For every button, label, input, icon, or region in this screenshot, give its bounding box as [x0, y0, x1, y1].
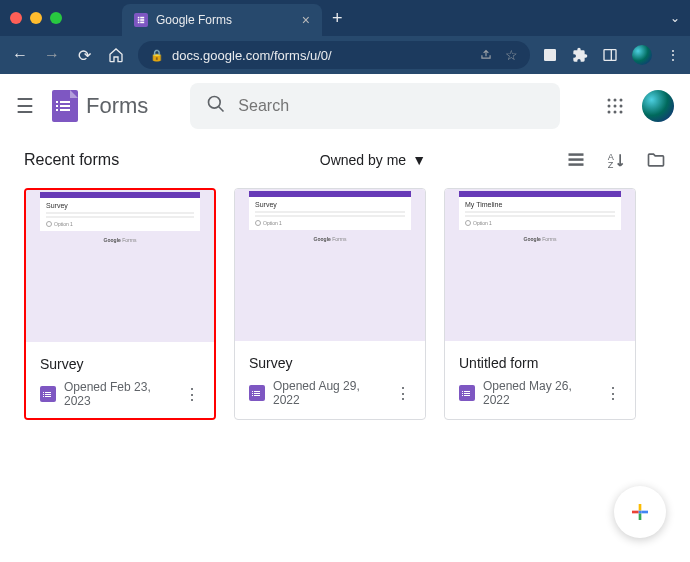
svg-rect-29 — [639, 511, 642, 514]
plus-icon — [628, 500, 652, 524]
browser-tab[interactable]: Google Forms × — [122, 4, 322, 36]
google-apps-icon[interactable] — [606, 97, 624, 115]
extension-icons: ⋮ — [542, 45, 680, 65]
thumb-option: Option 1 — [255, 220, 405, 226]
search-icon — [206, 94, 226, 119]
lock-icon: 🔒 — [150, 49, 164, 62]
main-menu-button[interactable]: ☰ — [16, 94, 40, 118]
form-cards-grid: Survey Option 1 Google Forms Survey Open… — [24, 188, 666, 420]
reload-button[interactable]: ⟳ — [74, 46, 94, 65]
svg-rect-20 — [569, 153, 584, 156]
form-card[interactable]: Survey Option 1 Google Forms Survey Open… — [24, 188, 216, 420]
svg-rect-0 — [138, 17, 140, 19]
svg-rect-22 — [569, 163, 584, 166]
thumb-option: Option 1 — [46, 221, 194, 227]
address-bar[interactable]: 🔒 docs.google.com/forms/u/0/ ☆ — [138, 41, 530, 69]
share-icon[interactable] — [479, 47, 493, 64]
app-name: Forms — [86, 93, 148, 119]
new-tab-button[interactable]: + — [332, 8, 343, 29]
svg-rect-5 — [140, 22, 144, 24]
svg-rect-1 — [140, 17, 144, 19]
extensions-puzzle-icon[interactable] — [572, 47, 588, 63]
form-opened-date: Opened May 26, 2022 — [483, 379, 597, 407]
panel-icon[interactable] — [602, 47, 618, 63]
section-title: Recent forms — [24, 151, 119, 169]
window-controls — [10, 12, 62, 24]
form-card[interactable]: Survey Option 1 Google Forms Survey Open… — [234, 188, 426, 420]
form-more-options-button[interactable]: ⋮ — [184, 385, 200, 404]
tab-favicon-icon — [134, 13, 148, 27]
close-tab-icon[interactable]: × — [302, 12, 310, 28]
form-thumbnail: Survey Option 1 Google Forms — [26, 190, 214, 342]
svg-point-15 — [614, 105, 617, 108]
svg-rect-2 — [138, 19, 140, 21]
chevron-down-icon: ▼ — [412, 152, 426, 168]
svg-rect-4 — [138, 22, 140, 24]
forms-file-icon — [249, 385, 265, 401]
thumb-footer: Google Forms — [235, 236, 425, 242]
forms-file-icon — [40, 386, 56, 402]
close-window-button[interactable] — [10, 12, 22, 24]
thumb-footer: Google Forms — [445, 236, 635, 242]
svg-rect-28 — [632, 511, 639, 514]
svg-point-11 — [608, 99, 611, 102]
extension-1-icon[interactable] — [542, 47, 558, 63]
thumb-footer: Google Forms — [26, 237, 214, 243]
bookmark-icon[interactable]: ☆ — [505, 47, 518, 64]
thumb-title: My Timeline — [465, 201, 615, 208]
view-controls: AZ — [566, 150, 666, 170]
svg-point-18 — [614, 111, 617, 114]
browser-menu-icon[interactable]: ⋮ — [666, 47, 680, 63]
filter-label: Owned by me — [320, 152, 406, 168]
form-title: Survey — [40, 356, 200, 372]
tabs-dropdown-icon[interactable]: ⌄ — [670, 11, 680, 25]
back-button[interactable]: ← — [10, 46, 30, 64]
form-more-options-button[interactable]: ⋮ — [605, 384, 621, 403]
svg-point-13 — [620, 99, 623, 102]
form-title: Untitled form — [459, 355, 621, 371]
new-form-fab[interactable] — [614, 486, 666, 538]
svg-point-9 — [209, 96, 221, 108]
search-box[interactable] — [190, 83, 560, 129]
svg-text:Z: Z — [608, 160, 614, 170]
form-title: Survey — [249, 355, 411, 371]
forms-logo-icon — [52, 90, 78, 122]
maximize-window-button[interactable] — [50, 12, 62, 24]
app-logo[interactable]: Forms — [52, 90, 148, 122]
svg-point-19 — [620, 111, 623, 114]
form-opened-date: Opened Aug 29, 2022 — [273, 379, 387, 407]
form-thumbnail: My Timeline Option 1 Google Forms — [445, 189, 635, 341]
folder-picker-button[interactable] — [646, 150, 666, 170]
svg-rect-3 — [140, 19, 144, 21]
profile-avatar-small[interactable] — [632, 45, 652, 65]
ownership-filter-dropdown[interactable]: Owned by me ▼ — [320, 152, 426, 168]
form-thumbnail: Survey Option 1 Google Forms — [235, 189, 425, 341]
form-opened-date: Opened Feb 23, 2023 — [64, 380, 176, 408]
app-header: ☰ Forms — [0, 74, 690, 138]
browser-tab-strip: Google Forms × + ⌄ — [0, 0, 690, 36]
sort-button[interactable]: AZ — [606, 150, 626, 170]
svg-point-12 — [614, 99, 617, 102]
svg-rect-27 — [639, 513, 642, 520]
content-area: Recent forms Owned by me ▼ AZ Survey Opt… — [0, 138, 690, 432]
thumb-title: Survey — [46, 202, 194, 209]
list-view-button[interactable] — [566, 150, 586, 170]
svg-rect-26 — [641, 511, 648, 514]
thumb-option: Option 1 — [465, 220, 615, 226]
section-header: Recent forms Owned by me ▼ AZ — [24, 150, 666, 170]
svg-point-16 — [620, 105, 623, 108]
svg-line-10 — [219, 106, 224, 111]
account-avatar[interactable] — [642, 90, 674, 122]
form-card[interactable]: My Timeline Option 1 Google Forms Untitl… — [444, 188, 636, 420]
svg-rect-21 — [569, 158, 584, 161]
forms-file-icon — [459, 385, 475, 401]
search-input[interactable] — [238, 97, 544, 115]
minimize-window-button[interactable] — [30, 12, 42, 24]
form-more-options-button[interactable]: ⋮ — [395, 384, 411, 403]
svg-rect-25 — [639, 504, 642, 511]
forward-button[interactable]: → — [42, 46, 62, 64]
card-footer: Survey Opened Feb 23, 2023 ⋮ — [26, 342, 214, 418]
thumb-title: Survey — [255, 201, 405, 208]
card-footer: Survey Opened Aug 29, 2022 ⋮ — [235, 341, 425, 417]
home-button[interactable] — [106, 47, 126, 63]
